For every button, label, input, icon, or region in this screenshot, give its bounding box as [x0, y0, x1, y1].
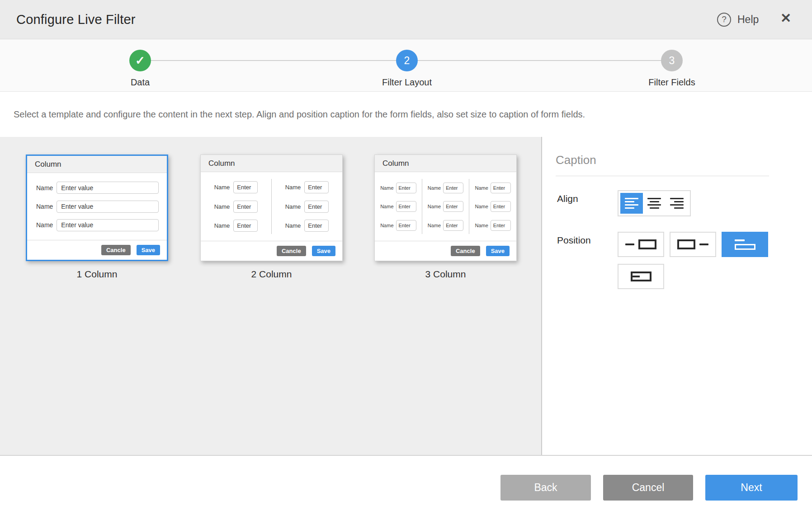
thumb-body: NameEnterNameEnterNameEnterNameEnterName… [375, 172, 516, 241]
template-card-caption: 3 Column [374, 269, 517, 280]
align-button-group [618, 190, 691, 216]
check-icon: ✓ [135, 55, 145, 66]
dialog-title: Configure Live Filter [16, 12, 136, 27]
step-number: 3 [669, 56, 675, 66]
align-label: Align [557, 190, 618, 216]
thumb-field-input: Enter value [57, 182, 159, 194]
template-card-item: ColumnNameEnter valueNameEnter valueName… [26, 154, 168, 280]
help-button[interactable]: ? Help [717, 0, 759, 39]
caption-inside-field-button[interactable] [618, 264, 664, 289]
caption-right-of-field-button[interactable] [670, 232, 716, 257]
thumb-save-button: Save [137, 245, 160, 255]
thumb-field-label: Name [475, 204, 488, 209]
align-center-button[interactable] [643, 193, 666, 214]
thumb-field-input: Enter [443, 183, 463, 193]
step-filter-fields[interactable]: 3 Filter Fields [613, 39, 731, 88]
template-cards: ColumnNameEnter valueNameEnter valueName… [0, 137, 542, 455]
thumb-field-label: Name [475, 185, 488, 191]
template-card-caption: 2 Column [200, 269, 343, 280]
thumb-field-input: Enter [233, 201, 258, 213]
thumb-cancel-button: Cancle [451, 246, 480, 256]
cancel-button[interactable]: Cancel [603, 475, 693, 501]
thumb-field-row: NameEnter [285, 220, 329, 232]
thumb-field-input: Enter [396, 201, 416, 212]
thumb-field-row: NameEnter value [27, 219, 167, 231]
thumb-panel-title: Column [375, 155, 516, 172]
thumb-cancel-button: Cancle [277, 246, 306, 256]
caption-section-title: Caption [556, 153, 769, 167]
align-right-icon [670, 198, 684, 209]
caption-settings-panel: Caption Align Position [543, 137, 812, 455]
thumb-field-row: NameEnter [380, 220, 416, 231]
thumb-field-input: Enter [396, 220, 416, 231]
align-left-icon [625, 198, 638, 209]
caption-inside-icon [631, 272, 651, 281]
step-data[interactable]: ✓ Data [81, 39, 199, 88]
template-card-1-column[interactable]: ColumnNameEnter valueNameEnter valueName… [26, 154, 168, 261]
step-data-label: Data [81, 77, 199, 88]
wizard-stepper: ✓ Data 2 Filter Layout 3 Filter Fields [0, 39, 812, 92]
thumb-body: NameEnterNameEnterNameEnterNameEnterName… [201, 172, 342, 241]
thumb-field-row: NameEnter [428, 183, 463, 193]
next-button[interactable]: Next [705, 475, 798, 501]
thumb-field-row: NameEnter [475, 183, 511, 193]
thumb-field-label: Name [380, 223, 393, 228]
thumb-field-label: Name [285, 203, 301, 210]
thumb-column: NameEnterNameEnterNameEnter [469, 174, 516, 239]
help-icon: ? [717, 13, 731, 27]
thumb-field-label: Name [214, 222, 230, 229]
template-card-2-column[interactable]: ColumnNameEnterNameEnterNameEnterNameEnt… [200, 154, 343, 261]
position-button-group [618, 232, 776, 289]
template-card-item: ColumnNameEnterNameEnterNameEnterNameEnt… [374, 154, 517, 280]
thumb-field-row: NameEnter [380, 183, 416, 193]
caption-above-field-button[interactable] [722, 232, 768, 257]
thumb-field-label: Name [380, 185, 393, 191]
close-icon[interactable]: ✕ [780, 12, 791, 25]
thumb-panel-title: Column [27, 156, 167, 173]
thumb-body: NameEnter valueNameEnter valueNameEnter … [27, 173, 167, 240]
caption-above-icon [735, 239, 755, 250]
step-filter-fields-label: Filter Fields [613, 77, 731, 88]
thumb-field-input: Enter [304, 201, 329, 213]
align-row: Align [557, 190, 812, 216]
thumb-field-input: Enter [233, 220, 258, 232]
template-card-3-column[interactable]: ColumnNameEnterNameEnterNameEnterNameEnt… [374, 154, 517, 261]
thumb-field-row: NameEnter [285, 181, 329, 193]
field-rect-icon [638, 239, 656, 249]
thumb-field-row: NameEnter [380, 201, 416, 212]
thumb-footer: CancleSave [375, 241, 516, 261]
thumb-field-label: Name [214, 203, 230, 210]
thumb-field-row: NameEnter [214, 181, 258, 193]
thumb-field-label: Name [475, 223, 488, 228]
thumb-panel-title: Column [201, 155, 342, 172]
thumb-field-row: NameEnter [428, 220, 463, 231]
template-card-caption: 1 Column [26, 269, 168, 280]
thumb-field-input: Enter [443, 220, 463, 231]
thumb-field-input: Enter [443, 201, 463, 212]
align-left-button[interactable] [620, 193, 643, 214]
align-right-button[interactable] [666, 193, 688, 214]
thumb-field-input: Enter [491, 183, 511, 193]
thumb-column: NameEnter valueNameEnter valueNameEnter … [27, 175, 167, 238]
thumb-save-button: Save [312, 246, 335, 256]
thumb-field-row: NameEnter value [27, 201, 167, 213]
caption-left-of-field-button[interactable] [618, 232, 664, 257]
thumb-field-input: Enter value [57, 219, 159, 231]
step-filter-fields-circle: 3 [661, 50, 683, 71]
step-filter-layout-circle: 2 [396, 50, 418, 71]
field-rect-icon [677, 239, 695, 249]
thumb-field-row: NameEnter [475, 201, 511, 212]
thumb-field-input: Enter [491, 201, 511, 212]
thumb-field-input: Enter [304, 220, 329, 232]
thumb-field-input: Enter [396, 183, 416, 193]
step-number: 2 [404, 56, 410, 66]
thumb-field-label: Name [214, 184, 230, 191]
dialog-header: Configure Live Filter ? Help ✕ [0, 0, 812, 39]
thumb-field-label: Name [428, 185, 441, 191]
dialog-footer: Back Cancel Next [0, 455, 812, 515]
back-button[interactable]: Back [500, 475, 591, 501]
thumb-field-row: NameEnter value [27, 182, 167, 194]
main-content: ColumnNameEnter valueNameEnter valueName… [0, 137, 812, 455]
thumb-field-label: Name [36, 221, 53, 229]
step-filter-layout[interactable]: 2 Filter Layout [348, 39, 466, 88]
